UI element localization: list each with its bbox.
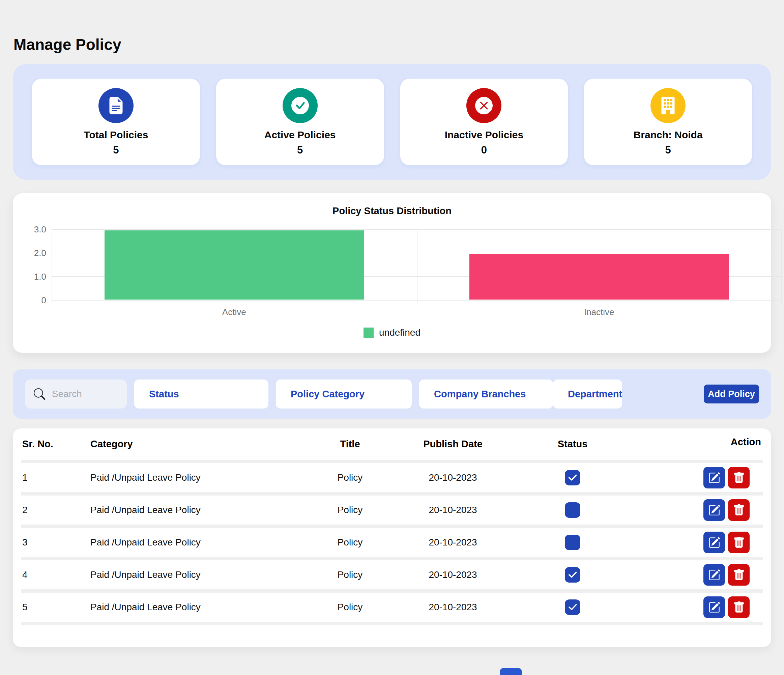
search-input[interactable] — [51, 388, 117, 400]
stat-value: 5 — [113, 144, 119, 156]
page-title: Manage Policy — [14, 36, 121, 54]
status-checkbox[interactable] — [565, 567, 580, 583]
row-title: Policy — [306, 602, 394, 613]
checkbox-check-icon — [567, 602, 578, 613]
bar-inactive — [470, 254, 729, 299]
filter-dropdown-company-branches[interactable]: Company Branches — [419, 379, 553, 408]
status-checkbox[interactable] — [565, 502, 580, 518]
filter-band: Status Policy Category Company Branches … — [13, 369, 771, 419]
row-divider — [21, 492, 763, 496]
row-status-cell — [512, 599, 633, 615]
header-status: Status — [512, 438, 633, 450]
row-category: Paid /Unpaid Leave Policy — [90, 505, 306, 516]
dropdown-label: Status — [149, 388, 179, 400]
row-status-cell — [512, 567, 633, 583]
edit-button[interactable] — [703, 467, 725, 488]
x-tick-label: Active — [51, 307, 417, 317]
dropdown-label: Policy Category — [291, 388, 364, 400]
delete-button[interactable] — [728, 596, 750, 618]
check-circle-icon — [283, 88, 317, 123]
checkbox-check-icon — [567, 472, 578, 483]
stat-card-branch: Branch: Noida 5 — [584, 79, 752, 165]
delete-button[interactable] — [728, 564, 750, 586]
table-row: 4Paid /Unpaid Leave PolicyPolicy20-10-20… — [13, 560, 771, 589]
legend-label: undefined — [379, 327, 420, 338]
y-tick-label: 0 — [42, 295, 46, 306]
row-sr-no: 4 — [13, 569, 90, 580]
table-header-row: Sr. No. Category Title Publish Date Stat… — [13, 429, 771, 460]
dropdown-label: Department — [568, 388, 622, 400]
row-actions — [633, 532, 771, 553]
header-publish-date: Publish Date — [394, 438, 512, 450]
gridline — [417, 229, 417, 305]
y-tick-label: 3.0 — [34, 224, 46, 235]
pencil-square-icon — [708, 569, 720, 581]
row-publish-date: 20-10-2023 — [394, 505, 512, 516]
trash-icon — [733, 569, 745, 581]
pencil-square-icon — [708, 537, 720, 549]
building-icon — [650, 88, 686, 123]
status-checkbox[interactable] — [565, 470, 580, 485]
edit-button[interactable] — [703, 499, 725, 521]
trash-icon — [733, 504, 745, 516]
stats-band: Total Policies 5 Active Policies 5 Inact… — [13, 64, 771, 180]
stat-card-total-policies: Total Policies 5 — [32, 79, 200, 165]
row-publish-date: 20-10-2023 — [394, 569, 512, 580]
stat-value: 5 — [297, 144, 303, 156]
table-row: 2Paid /Unpaid Leave PolicyPolicy20-10-20… — [13, 496, 771, 525]
search-box[interactable] — [25, 379, 127, 408]
row-sr-no: 2 — [13, 505, 90, 516]
checkbox-check-icon — [567, 569, 578, 580]
gridline — [781, 229, 782, 305]
x-tick-label: Inactive — [417, 307, 782, 317]
chart-legend[interactable]: undefined — [13, 327, 771, 338]
row-actions — [633, 596, 771, 618]
add-policy-button[interactable]: Add Policy — [704, 385, 759, 404]
row-actions — [633, 564, 771, 586]
row-title: Policy — [306, 472, 394, 483]
edit-button[interactable] — [703, 532, 725, 553]
row-status-cell — [512, 502, 633, 518]
chart-title: Policy Status Distribution — [13, 206, 771, 217]
stat-value: 0 — [481, 144, 487, 156]
filter-dropdown-department[interactable]: Department — [553, 379, 622, 408]
gridline — [51, 229, 52, 305]
row-divider — [21, 557, 763, 560]
status-checkbox[interactable] — [565, 599, 580, 615]
trash-icon — [733, 537, 745, 549]
row-category: Paid /Unpaid Leave Policy — [90, 569, 306, 580]
delete-button[interactable] — [728, 532, 750, 553]
pencil-square-icon — [708, 472, 720, 484]
y-tick-label: 1.0 — [34, 271, 46, 282]
header-action: Action — [633, 436, 771, 447]
row-title: Policy — [306, 505, 394, 516]
row-title: Policy — [306, 569, 394, 580]
stat-label: Inactive Policies — [445, 129, 523, 141]
row-sr-no: 1 — [13, 472, 90, 483]
row-category: Paid /Unpaid Leave Policy — [90, 537, 306, 548]
bar-chart-plot-area: 3.02.01.00ActiveInactive — [51, 229, 782, 300]
legend-swatch — [364, 327, 373, 338]
filter-dropdown-status[interactable]: Status — [134, 379, 268, 408]
row-divider — [21, 460, 763, 463]
stat-value: 5 — [665, 144, 671, 156]
status-checkbox[interactable] — [565, 535, 580, 550]
table-body: 1Paid /Unpaid Leave PolicyPolicy20-10-20… — [13, 460, 771, 625]
y-tick-label: 2.0 — [34, 248, 46, 259]
row-category: Paid /Unpaid Leave Policy — [90, 602, 306, 613]
delete-button[interactable] — [728, 499, 750, 521]
header-title: Title — [306, 438, 394, 450]
trash-icon — [733, 602, 745, 613]
filter-dropdown-policy-category[interactable]: Policy Category — [276, 379, 412, 408]
pencil-square-icon — [708, 602, 720, 613]
row-divider — [21, 525, 763, 528]
bottom-blue-element — [500, 668, 522, 675]
edit-button[interactable] — [703, 564, 725, 586]
pencil-square-icon — [708, 504, 720, 516]
edit-button[interactable] — [703, 596, 725, 618]
delete-button[interactable] — [728, 467, 750, 488]
row-divider — [21, 589, 763, 593]
row-sr-no: 3 — [13, 537, 90, 548]
row-divider — [21, 622, 763, 625]
row-publish-date: 20-10-2023 — [394, 537, 512, 548]
